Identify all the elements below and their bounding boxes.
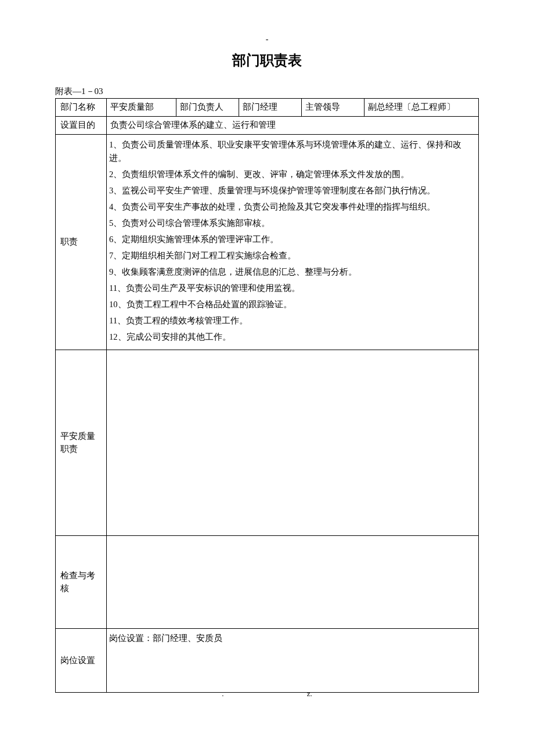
table-row: 设置目的 负责公司综合管理体系的建立、运行和管理 bbox=[56, 116, 479, 134]
table-row: 岗位设置 岗位设置：部门经理、安质员 bbox=[56, 629, 479, 693]
duty-item: 12、完成公司安排的其他工作。 bbox=[109, 330, 474, 344]
table-row: 检查与考核 bbox=[56, 536, 479, 629]
reference-label: 附表—1－03 bbox=[55, 86, 479, 97]
responsibility-table: 部门名称 平安质量部 部门负责人 部门经理 主管领导 副总经理〔总工程师〕 设置… bbox=[55, 98, 479, 693]
cell-positions-label: 岗位设置 bbox=[56, 629, 107, 693]
cell-purpose-label: 设置目的 bbox=[56, 116, 107, 134]
cell-dept-head-label: 部门负责人 bbox=[176, 99, 239, 117]
cell-dept-name-label: 部门名称 bbox=[56, 99, 107, 117]
cell-duties-label: 职责 bbox=[56, 134, 107, 350]
duty-item: 6、定期组织实施管理体系的管理评审工作。 bbox=[109, 233, 474, 247]
duty-item: 7、定期组织相关部门对工程工程实施综合检查。 bbox=[109, 249, 474, 263]
duty-item: 5、负责对公司综合管理体系实施部审核。 bbox=[109, 217, 474, 231]
cell-supervisor-value: 副总经理〔总工程师〕 bbox=[365, 99, 479, 117]
duty-item: 4、负责公司平安生产事故的处理，负责公司抢险及其它突发事件处理的指挥与组织。 bbox=[109, 200, 474, 214]
table-row: 部门名称 平安质量部 部门负责人 部门经理 主管领导 副总经理〔总工程师〕 bbox=[56, 99, 479, 117]
top-dash: - bbox=[55, 35, 479, 44]
cell-safety-quality-label: 平安质量职责 bbox=[56, 350, 107, 536]
table-row: 职责 1、负责公司质量管理体系、职业安康平安管理体系与环境管理体系的建立、运行、… bbox=[56, 134, 479, 350]
duty-item: 9、收集顾客满意度测评的信息，进展信息的汇总、整理与分析。 bbox=[109, 265, 474, 279]
duty-item: 11、负责工程的绩效考核管理工作。 bbox=[109, 314, 474, 328]
cell-purpose-value: 负责公司综合管理体系的建立、运行和管理 bbox=[107, 116, 479, 134]
page-title: 部门职责表 bbox=[55, 51, 479, 70]
duty-item: 1、负责公司质量管理体系、职业安康平安管理体系与环境管理体系的建立、运行、保持和… bbox=[109, 138, 474, 166]
cell-inspection-value bbox=[107, 536, 479, 629]
cell-positions-value: 岗位设置：部门经理、安质员 bbox=[107, 629, 479, 693]
cell-inspection-label: 检查与考核 bbox=[56, 536, 107, 629]
cell-supervisor-label: 主管领导 bbox=[302, 99, 365, 117]
footer-right: z. bbox=[307, 689, 312, 699]
cell-safety-quality-value bbox=[107, 350, 479, 536]
duty-item: 3、监视公司平安生产管理、质量管理与环境保护管理等管理制度在各部门执行情况。 bbox=[109, 184, 474, 198]
cell-dept-name-value: 平安质量部 bbox=[107, 99, 176, 117]
cell-dept-head-value: 部门经理 bbox=[239, 99, 302, 117]
duty-item: 2、负责组织管理体系文件的编制、更改、评审，确定管理体系文件发放的围。 bbox=[109, 168, 474, 182]
footer-left: . bbox=[222, 689, 223, 699]
table-row: 平安质量职责 bbox=[56, 350, 479, 536]
page-footer: . z. bbox=[0, 689, 534, 699]
duty-item: 10、负责工程工程中不合格品处置的跟踪验证。 bbox=[109, 298, 474, 312]
cell-duties-value: 1、负责公司质量管理体系、职业安康平安管理体系与环境管理体系的建立、运行、保持和… bbox=[107, 134, 479, 350]
duty-item: 11、负责公司生产及平安标识的管理和使用监视。 bbox=[109, 282, 474, 296]
